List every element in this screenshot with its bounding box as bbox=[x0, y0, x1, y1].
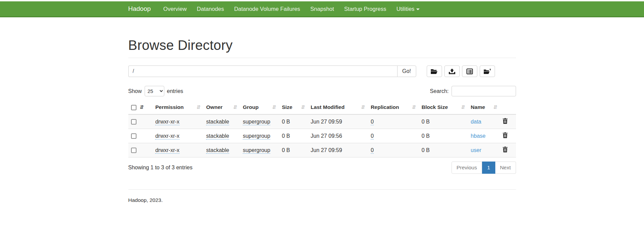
sort-icon: ⇵ bbox=[361, 104, 365, 110]
nav-item-overview[interactable]: Overview bbox=[158, 2, 192, 16]
entries-label: entries bbox=[167, 88, 183, 94]
owner-value[interactable]: stackable bbox=[206, 133, 229, 139]
footer-text: Hadoop, 2023. bbox=[128, 190, 516, 203]
search-label: Search: bbox=[430, 88, 448, 94]
nav-item-startup-progress[interactable]: Startup Progress bbox=[339, 2, 391, 16]
directory-path-input[interactable] bbox=[128, 65, 397, 77]
sort-icon: ⇵ bbox=[493, 104, 498, 110]
row-checkbox[interactable] bbox=[131, 148, 136, 153]
group-value[interactable]: supergroup bbox=[243, 133, 270, 139]
file-list-button[interactable] bbox=[462, 65, 477, 77]
sort-icon: ⇵ bbox=[272, 104, 277, 110]
upload-icon bbox=[449, 69, 455, 74]
table-row: drwxr-xr-x stackable supergroup 0 B Jun … bbox=[128, 114, 516, 129]
sort-icon: ⇵ bbox=[301, 104, 305, 110]
sort-icon: ⇵ bbox=[461, 104, 465, 110]
nav-item-datanodes[interactable]: Datanodes bbox=[192, 2, 229, 16]
header-owner[interactable]: Owner⇵ bbox=[203, 101, 240, 114]
trash-icon bbox=[503, 134, 508, 139]
directory-table: ⇵ Permission⇵ Owner⇵ Group⇵ Size⇵ Last M… bbox=[128, 101, 516, 157]
page-title: Browse Directory bbox=[128, 38, 516, 53]
table-header-row: ⇵ Permission⇵ Owner⇵ Group⇵ Size⇵ Last M… bbox=[128, 101, 516, 114]
replication-value[interactable]: 0 bbox=[371, 147, 374, 154]
block-size-value: 0 B bbox=[422, 119, 430, 125]
page-1-button[interactable]: 1 bbox=[482, 162, 495, 174]
nav-dropdown-utilities[interactable]: Utilities bbox=[391, 2, 425, 16]
upload-file-button[interactable] bbox=[444, 65, 460, 77]
size-value: 0 B bbox=[282, 133, 290, 139]
create-directory-button[interactable] bbox=[427, 65, 442, 77]
header-select-all[interactable]: ⇵ bbox=[128, 101, 153, 114]
directory-link[interactable]: data bbox=[471, 119, 481, 125]
previous-page-button[interactable]: Previous bbox=[452, 162, 482, 174]
entries-summary: Showing 1 to 3 of 3 entries bbox=[128, 165, 192, 171]
trash-icon bbox=[503, 120, 508, 125]
header-replication-label: Replication bbox=[371, 104, 399, 110]
go-button[interactable]: Go! bbox=[397, 65, 416, 77]
header-delete bbox=[500, 101, 516, 114]
nav-item-snapshot[interactable]: Snapshot bbox=[305, 2, 339, 16]
delete-button[interactable] bbox=[503, 147, 508, 152]
trash-icon bbox=[503, 148, 508, 153]
delete-button[interactable] bbox=[503, 132, 508, 138]
header-name[interactable]: Name⇵ bbox=[468, 101, 500, 114]
header-replication[interactable]: Replication⇵ bbox=[368, 101, 419, 114]
header-owner-label: Owner bbox=[206, 104, 222, 110]
header-permission-label: Permission bbox=[155, 104, 184, 110]
header-block-size[interactable]: Block Size⇵ bbox=[419, 101, 468, 114]
sort-active-icon: ⇵ bbox=[140, 104, 144, 110]
brand-hadoop[interactable]: Hadoop bbox=[128, 5, 153, 13]
pagination: Previous 1 Next bbox=[452, 162, 516, 174]
row-checkbox[interactable] bbox=[131, 133, 136, 139]
permission-value[interactable]: drwxr-xr-x bbox=[155, 119, 179, 125]
page-size-select[interactable]: 25 bbox=[145, 86, 164, 96]
header-size-label: Size bbox=[282, 104, 292, 110]
size-value: 0 B bbox=[282, 119, 290, 125]
header-size[interactable]: Size⇵ bbox=[279, 101, 308, 114]
delete-button[interactable] bbox=[503, 118, 508, 124]
modified-value: Jun 27 09:59 bbox=[311, 119, 342, 125]
group-value[interactable]: supergroup bbox=[243, 119, 270, 125]
block-size-value: 0 B bbox=[422, 133, 430, 139]
size-value: 0 B bbox=[282, 147, 290, 153]
header-permission[interactable]: Permission⇵ bbox=[152, 101, 203, 114]
list-icon bbox=[466, 69, 473, 74]
show-label: Show bbox=[128, 88, 142, 94]
directory-link[interactable]: user bbox=[471, 147, 481, 153]
permission-value[interactable]: drwxr-xr-x bbox=[155, 133, 179, 139]
open-folder-icon bbox=[430, 69, 438, 74]
select-all-checkbox[interactable] bbox=[131, 105, 136, 110]
owner-value[interactable]: stackable bbox=[206, 119, 229, 125]
folder-upload-icon bbox=[483, 68, 491, 74]
search-input[interactable] bbox=[452, 86, 516, 96]
modified-value: Jun 27 09:56 bbox=[311, 133, 342, 139]
permission-value[interactable]: drwxr-xr-x bbox=[155, 147, 179, 154]
replication-value[interactable]: 0 bbox=[371, 133, 374, 139]
sort-icon: ⇵ bbox=[233, 104, 238, 110]
chevron-down-icon bbox=[416, 8, 420, 10]
utilities-label: Utilities bbox=[397, 6, 415, 12]
group-value[interactable]: supergroup bbox=[243, 147, 270, 154]
row-checkbox[interactable] bbox=[131, 119, 136, 125]
directory-link[interactable]: hbase bbox=[471, 133, 486, 139]
replication-value[interactable]: 0 bbox=[371, 119, 374, 125]
table-row: drwxr-xr-x stackable supergroup 0 B Jun … bbox=[128, 143, 516, 157]
header-last-modified[interactable]: Last Modified⇵ bbox=[308, 101, 368, 114]
divider bbox=[128, 58, 516, 58]
header-group-label: Group bbox=[243, 104, 259, 110]
table-row: drwxr-xr-x stackable supergroup 0 B Jun … bbox=[128, 129, 516, 143]
folder-upload-button[interactable] bbox=[480, 65, 495, 77]
sort-icon: ⇵ bbox=[197, 104, 201, 110]
modified-value: Jun 27 09:59 bbox=[311, 147, 342, 153]
sort-icon: ⇵ bbox=[412, 104, 416, 110]
nav-item-datanode-volume-failures[interactable]: Datanode Volume Failures bbox=[229, 2, 305, 16]
path-input-group: Go! bbox=[128, 65, 416, 77]
header-last-modified-label: Last Modified bbox=[311, 104, 345, 110]
header-block-size-label: Block Size bbox=[422, 104, 448, 110]
owner-value[interactable]: stackable bbox=[206, 147, 229, 154]
top-navbar: Hadoop Overview Datanodes Datanode Volum… bbox=[0, 1, 644, 17]
block-size-value: 0 B bbox=[422, 147, 430, 153]
next-page-button[interactable]: Next bbox=[495, 162, 516, 174]
header-name-label: Name bbox=[471, 104, 485, 110]
header-group[interactable]: Group⇵ bbox=[240, 101, 279, 114]
